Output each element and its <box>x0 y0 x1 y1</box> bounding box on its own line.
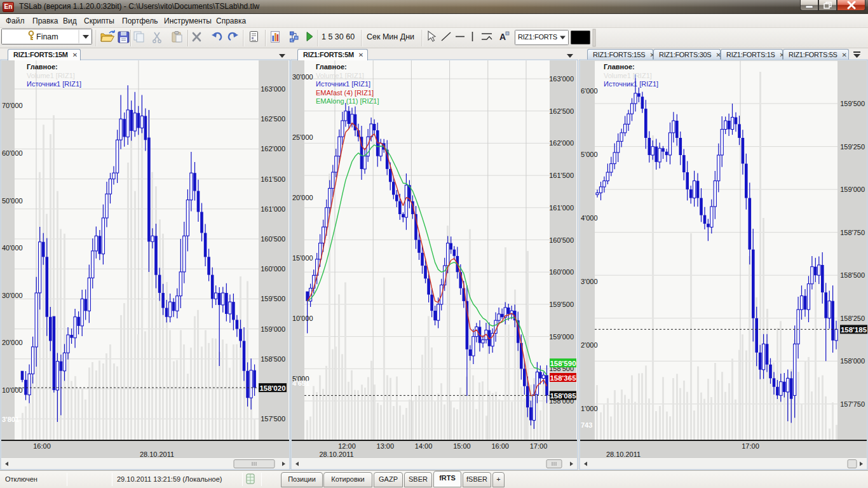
svg-text:30'000: 30'000 <box>2 292 23 299</box>
svg-text:5'000: 5'000 <box>581 151 598 158</box>
svg-text:Finam: Finam <box>36 32 58 41</box>
svg-text:159'500: 159'500 <box>549 301 574 308</box>
svg-text:162'500: 162'500 <box>261 115 285 123</box>
svg-text:4'651: 4'651 <box>292 379 309 387</box>
svg-text:160'500: 160'500 <box>261 235 285 243</box>
svg-text:158'085: 158'085 <box>550 392 576 400</box>
svg-text:50'000: 50'000 <box>2 197 23 205</box>
svg-text:Сек Мин Дни: Сек Мин Дни <box>367 32 414 41</box>
svg-text:161'000: 161'000 <box>549 204 574 212</box>
svg-text:30'000: 30'000 <box>292 73 313 81</box>
svg-text:17:00: 17:00 <box>742 442 759 450</box>
svg-text:159'000: 159'000 <box>261 325 285 333</box>
svg-text:28.10.2011: 28.10.2011 <box>606 451 641 458</box>
svg-text:158'020: 158'020 <box>259 384 285 392</box>
svg-text:160'000: 160'000 <box>261 265 285 273</box>
svg-text:20'000: 20'000 <box>292 194 313 201</box>
svg-text:28.10.2011: 28.10.2011 <box>319 451 353 458</box>
svg-text:16:00: 16:00 <box>33 442 51 450</box>
svg-text:13:00: 13:00 <box>377 442 395 450</box>
svg-text:17:00: 17:00 <box>530 442 548 450</box>
svg-text:161'500: 161'500 <box>549 172 574 179</box>
svg-text:159'500: 159'500 <box>840 100 865 107</box>
svg-text:10'000: 10'000 <box>2 386 23 394</box>
svg-text:2'000: 2'000 <box>581 341 598 349</box>
svg-text:3'000: 3'000 <box>581 278 598 285</box>
svg-text:10'000: 10'000 <box>292 315 313 322</box>
svg-text:157'500: 157'500 <box>261 415 285 423</box>
svg-text:14:00: 14:00 <box>415 442 433 450</box>
svg-text:12:00: 12:00 <box>338 442 356 450</box>
svg-text:20'000: 20'000 <box>2 339 23 346</box>
svg-text:1'000: 1'000 <box>581 405 598 412</box>
svg-text:15:00: 15:00 <box>453 442 471 450</box>
svg-text:163'000: 163'000 <box>549 75 574 83</box>
svg-text:158'500: 158'500 <box>840 271 865 279</box>
svg-text:158'185: 158'185 <box>841 326 867 334</box>
svg-text:162'000: 162'000 <box>261 145 285 152</box>
svg-text:160'000: 160'000 <box>549 268 574 276</box>
svg-text:159'250: 159'250 <box>840 143 865 151</box>
svg-text:15'000: 15'000 <box>292 254 313 262</box>
svg-text:16:00: 16:00 <box>491 442 509 450</box>
svg-text:158'750: 158'750 <box>840 229 865 236</box>
svg-text:25'000: 25'000 <box>292 133 313 141</box>
svg-text:60'000: 60'000 <box>2 149 23 157</box>
svg-text:161'000: 161'000 <box>261 205 285 213</box>
svg-text:159'500: 159'500 <box>261 295 285 302</box>
svg-text:158'500: 158'500 <box>261 355 285 363</box>
svg-text:RIZ1:FORTS: RIZ1:FORTS <box>518 33 557 41</box>
svg-text:161'500: 161'500 <box>261 175 285 183</box>
svg-text:159'000: 159'000 <box>840 186 865 193</box>
svg-text:158'250: 158'250 <box>840 315 865 322</box>
svg-text:28.10.2011: 28.10.2011 <box>140 451 174 458</box>
svg-text:158'590: 158'590 <box>550 360 576 367</box>
svg-text:162'500: 162'500 <box>549 107 574 115</box>
svg-text:70'000: 70'000 <box>2 102 23 109</box>
svg-text:158'000: 158'000 <box>840 357 865 365</box>
svg-text:743: 743 <box>581 421 592 429</box>
svg-text:157'750: 157'750 <box>840 400 865 408</box>
svg-text:1 5 30 60: 1 5 30 60 <box>322 32 355 41</box>
svg-text:160'500: 160'500 <box>549 236 574 244</box>
svg-text:6'000: 6'000 <box>581 87 598 95</box>
svg-text:163'000: 163'000 <box>261 85 285 93</box>
svg-text:162'000: 162'000 <box>549 139 574 147</box>
svg-text:4'000: 4'000 <box>581 214 598 222</box>
svg-text:159'000: 159'000 <box>549 333 574 341</box>
svg-text:3'801: 3'801 <box>2 416 19 423</box>
svg-text:158'365: 158'365 <box>550 374 576 382</box>
svg-text:40'000: 40'000 <box>2 244 23 252</box>
svg-text:A: A <box>499 32 506 42</box>
